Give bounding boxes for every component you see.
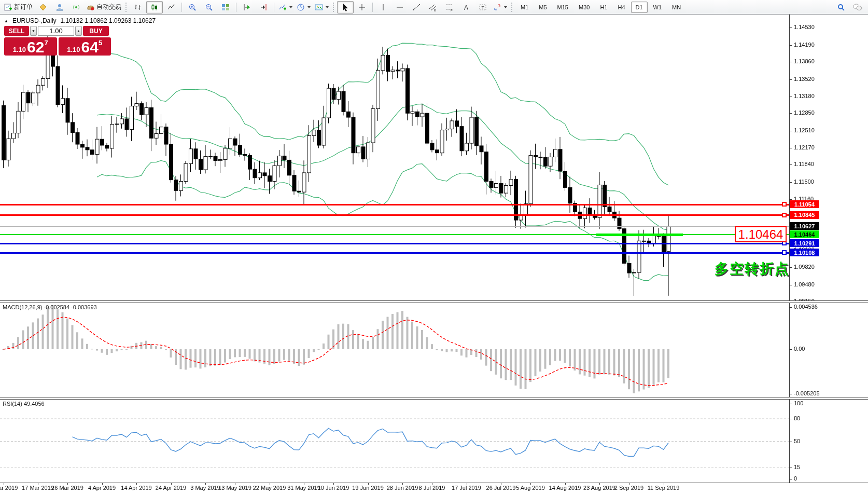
price-tag-1.10291: 1.10291	[790, 239, 819, 247]
lot-decrease-button[interactable]: ▼	[30, 26, 37, 36]
price-tag-1.11054: 1.11054	[790, 200, 819, 208]
new-order-label: 新订单	[14, 3, 33, 11]
channel-icon: E	[429, 3, 437, 11]
search-button[interactable]	[833, 1, 849, 13]
bar-chart-button[interactable]	[130, 1, 146, 13]
auto-trading-button[interactable]: 自动交易	[85, 1, 123, 13]
chart-overlay: MACD(12,26,9) -0.002584 -0.003693 RSI(14…	[0, 0, 868, 494]
navigator-button[interactable]	[51, 1, 68, 13]
date-tick: 17 Jul 2019	[452, 485, 481, 491]
svg-text:E: E	[434, 8, 436, 11]
price-tick: 1.12850	[794, 109, 815, 116]
rsi-tick: 50	[794, 438, 800, 444]
timeframe-mn[interactable]: MN	[667, 2, 685, 13]
price-annotation-box[interactable]: 1.10464	[735, 226, 787, 242]
horizontal-line-button[interactable]	[391, 1, 408, 13]
fibonacci-button[interactable]: F	[441, 1, 458, 13]
sell-price-button[interactable]: 1.10 62 7	[4, 37, 57, 56]
price-tick: 1.12170	[794, 144, 815, 150]
templates-button[interactable]	[313, 1, 331, 13]
level-line-1.10108[interactable]	[0, 252, 789, 254]
date-tick: 24 Apr 2019	[156, 485, 186, 491]
toolbar-grip	[333, 3, 335, 12]
chart-header: ▲ EURUSD-,Daily 1.10132 1.10862 1.09263 …	[4, 17, 156, 24]
support-zone-segment[interactable]	[596, 234, 683, 236]
date-tick: 22 May 2019	[253, 485, 286, 491]
chat-button[interactable]	[849, 1, 866, 13]
zoom-in-button[interactable]	[184, 1, 201, 13]
crosshair-icon	[358, 3, 366, 11]
price-tick: 1.13860	[794, 58, 815, 64]
time-axis-border[interactable]	[0, 483, 868, 483]
rsi-tick: 100	[794, 400, 803, 406]
date-tick: 31 May 2019	[287, 485, 320, 491]
text-button[interactable]: A	[458, 1, 474, 13]
chart-shift-button[interactable]	[255, 1, 272, 13]
tile-windows-icon	[221, 3, 230, 11]
timeframe-bar: M1M5M15M30H1H4D1W1MN	[515, 2, 686, 13]
timeframe-w1[interactable]: W1	[649, 2, 667, 13]
tile-windows-button[interactable]	[217, 1, 234, 13]
timeframe-m15[interactable]: M15	[553, 2, 573, 13]
level-line-1.10845[interactable]	[0, 214, 789, 216]
rsi-tick: 80	[794, 415, 800, 421]
date-tick: 11 Sep 2019	[648, 485, 680, 491]
price-tick: 1.09480	[794, 281, 815, 287]
buy-price-button[interactable]: 1.10 64 5	[59, 37, 111, 56]
dropdown-caret-icon	[289, 6, 292, 8]
auto-scroll-button[interactable]	[239, 1, 255, 13]
arrows-button[interactable]	[491, 1, 509, 13]
search-icon	[837, 3, 845, 11]
rsi-indicator-label: RSI(14) 49.4056	[3, 401, 45, 407]
toolbar-separator	[274, 3, 274, 12]
price-tick: 1.09820	[794, 264, 815, 270]
sell-button[interactable]: SELL	[4, 26, 29, 36]
zoom-out-button[interactable]	[201, 1, 217, 13]
sell-price-pips: 62	[27, 39, 44, 56]
signal-icon	[72, 3, 80, 11]
timeframe-m5[interactable]: M5	[534, 2, 551, 13]
buy-price-pips: 64	[81, 39, 99, 56]
price-tick: 1.13180	[794, 93, 815, 99]
buy-button[interactable]: BUY	[83, 26, 109, 36]
signals-button[interactable]	[68, 1, 85, 13]
ohlc-values: 1.10132 1.10862 1.09263 1.10627	[61, 17, 156, 24]
level-line-1.10291[interactable]	[0, 243, 789, 244]
indicators-button[interactable]	[276, 1, 295, 13]
macd-tick: 0.00	[794, 346, 805, 352]
timeframe-h1[interactable]: H1	[595, 2, 612, 13]
level-line-1.11054[interactable]	[0, 204, 789, 205]
line-anchor-marker	[782, 213, 787, 217]
equidistant-channel-button[interactable]: E	[425, 1, 441, 13]
cursor-icon	[341, 3, 349, 11]
crosshair-button[interactable]	[354, 1, 370, 13]
trendline-button[interactable]	[408, 1, 425, 13]
panel-collapse-icon[interactable]: ▲	[4, 19, 8, 23]
timeframe-d1[interactable]: D1	[631, 2, 648, 13]
market-watch-button[interactable]	[35, 1, 51, 13]
text-label-button[interactable]: T	[474, 1, 491, 13]
timeframe-m1[interactable]: M1	[516, 2, 533, 13]
date-tick: 26 Jul 2019	[486, 485, 516, 491]
svg-text:F: F	[451, 8, 453, 11]
price-tick: 1.11500	[794, 179, 814, 185]
lot-size-input[interactable]	[38, 26, 74, 36]
rsi-pane-splitter[interactable]	[0, 397, 868, 400]
new-order-button[interactable]: 新订单	[2, 1, 35, 13]
macd-pane-splitter[interactable]	[0, 300, 868, 303]
lot-increase-button[interactable]: ▲	[75, 26, 82, 36]
cursor-button[interactable]	[337, 1, 354, 13]
timeframe-m30[interactable]: M30	[574, 2, 594, 13]
date-tick: 23 Aug 2019	[583, 485, 615, 491]
turning-point-annotation[interactable]: 多空转折点	[715, 259, 790, 278]
price-tick: 1.12510	[794, 127, 815, 133]
periods-button[interactable]	[295, 1, 313, 13]
candlestick-chart-button[interactable]	[146, 1, 163, 13]
symbol-period-label: EURUSD-,Daily	[12, 17, 57, 24]
zoom-in-icon	[188, 3, 197, 11]
dropdown-caret-icon	[307, 6, 311, 8]
timeframe-h4[interactable]: H4	[613, 2, 629, 13]
toolbar-grip	[125, 3, 128, 12]
vertical-line-button[interactable]	[375, 1, 391, 13]
line-chart-button[interactable]	[163, 1, 179, 13]
